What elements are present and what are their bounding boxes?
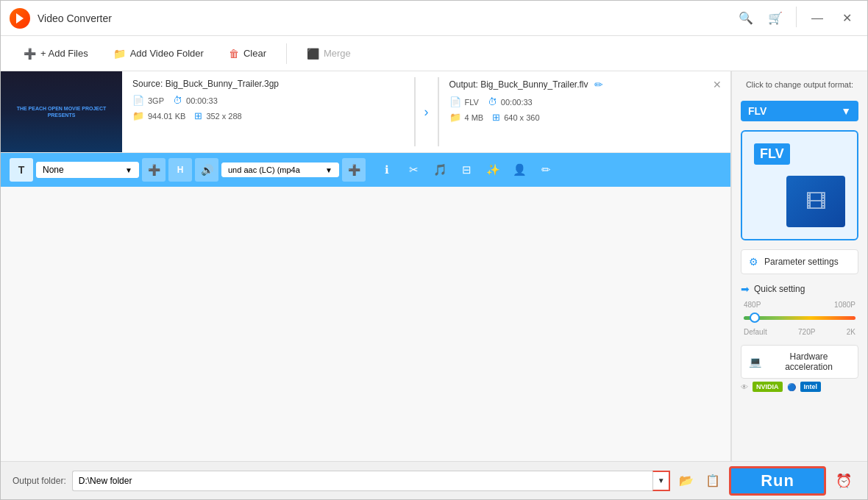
folder-icon: 📁 xyxy=(113,48,126,60)
eye-icon: 👁 xyxy=(741,383,748,391)
output-dropdown-button[interactable]: ▼ xyxy=(652,471,670,491)
effect-icon-btn[interactable]: ✨ xyxy=(480,157,505,182)
close-btn[interactable]: ✕ xyxy=(835,7,858,30)
alarm-button[interactable]: ⏰ xyxy=(832,469,855,493)
format-preview: FLV 🎞 xyxy=(741,130,858,240)
output-input-wrap: ▼ xyxy=(72,471,671,491)
window-controls: 🔍 🛒 — ✕ xyxy=(734,7,858,30)
subtitle-dropdown-icon: ▼ xyxy=(125,166,132,174)
audio-value: und aac (LC) (mp4a xyxy=(228,165,300,174)
save-list-button[interactable]: 📋 xyxy=(702,471,723,491)
run-button[interactable]: Run xyxy=(729,466,826,496)
hardcode-btn[interactable]: H xyxy=(168,158,192,182)
left-panel: THE PEACH OPEN MOVIE PROJECTPRESENTS Sou… xyxy=(1,71,731,461)
add-subtitle-btn[interactable]: ➕ xyxy=(142,158,166,182)
label-480p: 480P xyxy=(744,301,761,309)
info-icon-btn[interactable]: ℹ xyxy=(374,157,399,182)
intel-icon-img: 🔵 xyxy=(787,383,796,391)
format-selector[interactable]: FLV ▼ xyxy=(741,101,858,121)
slider-track xyxy=(744,316,855,320)
label-1080p: 1080P xyxy=(834,301,855,309)
add-files-label: + Add Files xyxy=(40,48,88,59)
merge-button[interactable]: ⬛ Merge xyxy=(296,43,362,65)
source-size-item: 📁 944.01 KB xyxy=(132,110,185,121)
hw-accel-button[interactable]: 💻 Hardware acceleration xyxy=(741,345,858,379)
output-format-item: 📄 FLV xyxy=(449,96,479,107)
format-name: FLV xyxy=(748,105,766,117)
label-default: Default xyxy=(744,328,767,336)
toolbar: ➕ + Add Files 📁 Add Video Folder 🗑 Clear… xyxy=(1,36,867,71)
plus-icon: ➕ xyxy=(24,48,36,60)
app-icon xyxy=(10,8,30,29)
param-settings-button[interactable]: ⚙ Parameter settings xyxy=(741,249,858,274)
output-res-item: ⊞ 640 x 360 xyxy=(492,112,539,123)
main-window: Video Converter 🔍 🛒 — ✕ ➕ + Add Files 📁 … xyxy=(0,0,868,500)
output-meta-row1: 📄 FLV ⏱ 00:00:33 xyxy=(449,96,721,107)
slider-thumb[interactable] xyxy=(750,312,760,323)
convert-arrow: › xyxy=(416,71,438,152)
tool-icons: ℹ ✂ 🎵 ⊟ ✨ 👤 ✏ xyxy=(374,157,558,182)
source-meta-row2: 📁 944.01 KB ⊞ 352 x 288 xyxy=(132,110,404,121)
slider-top-labels: 480P 1080P xyxy=(744,301,855,309)
text-icon-btn[interactable]: T xyxy=(10,158,33,182)
cart-btn[interactable]: 🛒 xyxy=(764,7,787,30)
minimize-btn[interactable]: — xyxy=(805,7,829,30)
add-audio-btn[interactable]: ➕ xyxy=(342,158,366,182)
file-close-button[interactable]: ✕ xyxy=(710,77,725,92)
add-folder-label: Add Video Folder xyxy=(130,48,204,59)
output-resolution: 640 x 360 xyxy=(504,113,539,122)
subtitle-edit-btn[interactable]: ✏ xyxy=(533,157,558,182)
toolbar-separator xyxy=(286,43,287,64)
source-duration-item: ⏱ 00:00:33 xyxy=(173,95,218,106)
app-title: Video Converter xyxy=(38,12,734,24)
source-duration: 00:00:33 xyxy=(186,96,218,105)
source-label: Source: Big_Buck_Bunny_Trailer.3gp xyxy=(132,79,404,89)
merge-label: Merge xyxy=(324,48,351,59)
output-folder-label: Output folder: xyxy=(13,476,66,486)
size-icon: 📁 xyxy=(132,110,144,121)
quality-slider-container: 480P 1080P Default 720P 2K xyxy=(741,301,858,336)
clear-label: Clear xyxy=(243,48,266,59)
open-folder-button[interactable]: 📂 xyxy=(676,471,697,491)
quick-setting-title: ➡ Quick setting xyxy=(741,283,858,295)
output-size: 4 MB xyxy=(465,113,484,122)
nvidia-badge: NVIDIA xyxy=(753,382,783,392)
empty-content-area xyxy=(1,187,730,461)
res-icon: ⊞ xyxy=(194,110,202,121)
source-meta-row1: 📄 3GP ⏱ 00:00:33 xyxy=(132,95,404,106)
search-btn[interactable]: 🔍 xyxy=(734,7,758,30)
add-folder-button[interactable]: 📁 Add Video Folder xyxy=(102,43,215,65)
output-duration: 00:00:33 xyxy=(501,98,533,107)
source-res-item: ⊞ 352 x 288 xyxy=(194,110,241,121)
file-area: THE PEACH OPEN MOVIE PROJECTPRESENTS Sou… xyxy=(1,71,730,153)
cut-icon-btn[interactable]: ✂ xyxy=(401,157,426,182)
gpu-badges: 👁 NVIDIA 🔵 Intel xyxy=(741,382,858,392)
clear-button[interactable]: 🗑 Clear xyxy=(218,43,277,65)
quick-setting-label: Quick setting xyxy=(754,284,805,294)
param-settings-label: Parameter settings xyxy=(764,257,839,267)
audio-select[interactable]: und aac (LC) (mp4a ▼ xyxy=(221,162,339,177)
svg-marker-0 xyxy=(16,13,24,24)
run-label: Run xyxy=(761,471,794,490)
right-panel: Click to change output format: FLV ▼ FLV… xyxy=(731,71,867,461)
output-size-item: 📁 4 MB xyxy=(449,112,484,123)
flv-label: FLV xyxy=(754,143,790,165)
audio-edit-btn[interactable]: 🎵 xyxy=(427,157,452,182)
output-label: Output: Big_Buck_Bunny_Trailer.flv xyxy=(449,79,588,90)
audio-icon-btn[interactable]: 🔊 xyxy=(195,158,218,182)
crop-icon-btn[interactable]: ⊟ xyxy=(454,157,479,182)
quality-slider[interactable] xyxy=(744,310,855,325)
add-files-button[interactable]: ➕ + Add Files xyxy=(13,43,99,65)
edit-icon[interactable]: ✏ xyxy=(594,79,603,90)
hw-accel-label: Hardware acceleration xyxy=(767,351,850,372)
label-2k: 2K xyxy=(847,328,855,336)
flv-film: 🎞 xyxy=(786,176,845,227)
flv-preview: FLV 🎞 xyxy=(748,138,851,233)
quick-setting: ➡ Quick setting 480P 1080P Default xyxy=(741,283,858,336)
output-size-icon: 📁 xyxy=(449,112,461,123)
format-change-label: Click to change output format: xyxy=(741,80,858,89)
subtitle-value: None xyxy=(43,165,64,175)
output-path-input[interactable] xyxy=(72,471,653,491)
subtitle-select[interactable]: None ▼ xyxy=(36,162,139,178)
watermark-btn[interactable]: 👤 xyxy=(507,157,532,182)
